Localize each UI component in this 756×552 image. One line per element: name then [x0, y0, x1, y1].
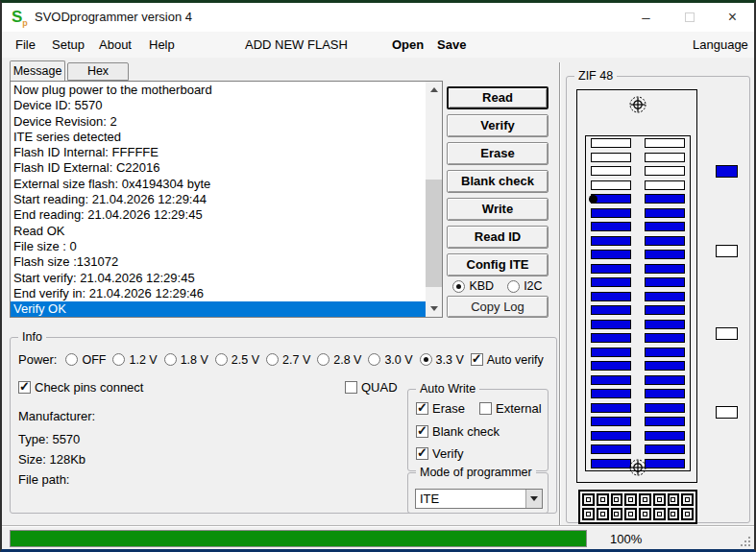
progress-percent: 100% — [610, 532, 642, 546]
menu-item-save[interactable]: Save — [437, 37, 466, 52]
mode-group: Mode of programmer ITE — [407, 472, 549, 514]
log-line[interactable]: Now plug power to the motherboard — [11, 83, 426, 98]
menu-item-language[interactable]: Language — [693, 37, 748, 52]
log-line[interactable]: Flash size :131072 — [11, 254, 426, 270]
erase-button[interactable]: Erase — [447, 142, 549, 165]
power-radio-12v[interactable]: 1.2 V — [112, 353, 157, 367]
log-line[interactable]: External size flash: 0x4194304 byte — [11, 177, 426, 192]
copy-log-button[interactable]: Copy Log — [447, 296, 549, 318]
power-radio-33v[interactable]: 3.3 V — [420, 353, 464, 367]
zif-pin — [591, 208, 631, 218]
resize-grip[interactable] — [739, 535, 750, 546]
power-radio-30v[interactable]: 3.0 V — [368, 353, 412, 367]
zif-side-marker — [716, 165, 738, 178]
read-button[interactable]: Read — [447, 86, 549, 109]
connector-pin — [681, 508, 694, 520]
power-radio-27v[interactable]: 2.7 V — [266, 353, 310, 367]
close-button[interactable]: × — [711, 3, 754, 32]
connector-pin — [611, 493, 623, 506]
log-line[interactable]: Flash ID External: C22016 — [11, 160, 426, 176]
power-radio-25v-label: 2.5 V — [232, 353, 259, 367]
log-line[interactable]: End reading: 21.04.2026 12:29:45 — [11, 207, 426, 223]
log-line[interactable]: Flash ID Internal: FFFFFE — [11, 145, 426, 160]
quad-checkbox[interactable]: QUAD — [345, 380, 398, 395]
radio-icon — [266, 353, 279, 366]
log-line[interactable]: Device Revision: 2 — [11, 114, 426, 130]
zif-pin — [645, 166, 685, 176]
log-line[interactable]: File size : 0 — [11, 239, 426, 254]
tab-message[interactable]: Message — [10, 60, 65, 81]
power-radio-28v[interactable]: 2.8 V — [317, 353, 361, 367]
zif-pin — [591, 361, 631, 371]
power-radio-18v-label: 1.8 V — [181, 353, 208, 367]
check-pins-checkbox[interactable]: Check pins connect — [18, 380, 143, 395]
log-line[interactable]: Start reading: 21.04.2026 12:29:44 — [11, 192, 426, 207]
log-line[interactable]: Read OK — [11, 224, 426, 239]
power-radio-group: Power: OFF1.2 V1.8 V2.5 V2.7 V2.8 V3.0 V… — [18, 352, 552, 367]
menu-item-about[interactable]: About — [99, 37, 132, 52]
auto-write-blank-check-checkbox-label: Blank check — [432, 424, 500, 439]
menu-item-setup[interactable]: Setup — [52, 37, 85, 52]
zif-pin — [645, 292, 685, 301]
auto-write-erase-checkbox[interactable]: Erase — [416, 401, 465, 416]
checkbox-icon — [416, 447, 428, 460]
menu-item-open[interactable]: Open — [392, 37, 424, 52]
verify-button[interactable]: Verify — [447, 114, 549, 137]
app-icon: Sp — [12, 8, 31, 27]
menu-item-add-new-flash[interactable]: ADD NEW FLASH — [245, 37, 348, 52]
power-radio-25v[interactable]: 2.5 V — [215, 353, 259, 367]
power-radio-27v-label: 2.7 V — [282, 353, 310, 367]
power-label: Power: — [18, 352, 57, 367]
scroll-up-icon[interactable] — [426, 82, 442, 98]
auto-write-verify-checkbox[interactable]: Verify — [416, 446, 464, 461]
blank-check-button[interactable]: Blank check — [447, 170, 549, 193]
scrollbar-thumb[interactable] — [426, 180, 442, 287]
bus-radio-kbd[interactable]: KBD — [452, 279, 494, 293]
log-line[interactable]: End verify in: 21.04.2026 12:29:46 — [11, 286, 426, 301]
maximize-button[interactable] — [668, 3, 711, 32]
zif-group-title: ZIF 48 — [574, 69, 617, 83]
progress-fill — [11, 531, 586, 546]
write-button[interactable]: Write — [447, 198, 549, 221]
connector-pin — [639, 493, 651, 506]
statusbar-divider — [2, 525, 754, 527]
minimize-button[interactable]: – — [624, 3, 668, 32]
zif-pin — [645, 375, 685, 385]
message-log: Now plug power to the motherboardDevice … — [10, 81, 443, 318]
auto-write-blank-check-checkbox[interactable]: Blank check — [416, 424, 500, 439]
scroll-down-icon[interactable] — [426, 300, 442, 317]
zif-side-marker — [716, 406, 738, 419]
power-radio-18v[interactable]: 1.8 V — [164, 353, 208, 367]
combo-dropdown-icon[interactable] — [525, 490, 542, 508]
mode-combobox[interactable]: ITE — [415, 489, 543, 509]
auto-write-group: Auto Write Erase External Blank check Ve… — [407, 389, 549, 471]
menu-item-help[interactable]: Help — [149, 37, 175, 52]
zif-pin — [645, 236, 685, 246]
auto-verify-checkbox[interactable]: Auto verify — [471, 353, 544, 367]
menu-item-file[interactable]: File — [15, 37, 36, 52]
log-line[interactable]: Device ID: 5570 — [11, 98, 426, 113]
log-line[interactable]: Start verify: 21.04.2026 12:29:45 — [11, 271, 426, 286]
log-line[interactable]: ITE series detected — [11, 130, 426, 145]
log-scrollbar[interactable] — [426, 82, 442, 317]
window-title: SVODprogrammer version 4 — [35, 10, 192, 24]
power-radio-off[interactable]: OFF — [65, 353, 106, 367]
connector-pin — [639, 508, 651, 520]
zif-pin-field — [585, 135, 691, 471]
config-ite-button[interactable]: Config ITE — [447, 253, 549, 276]
bus-radio-i2c-label: I2C — [524, 279, 542, 293]
bus-radio-i2c[interactable]: I2C — [507, 279, 542, 293]
tab-hex-viewer[interactable]: Hex Viewer — [67, 62, 129, 81]
zif-pin — [645, 361, 685, 371]
log-line[interactable]: Verify OK — [11, 301, 426, 317]
read-id-button[interactable]: Read ID — [447, 226, 549, 249]
zif-pin — [645, 389, 685, 398]
radio-icon — [317, 353, 329, 366]
checkbox-icon — [479, 402, 492, 415]
connector-pin — [582, 493, 595, 506]
auto-write-external-checkbox[interactable]: External — [479, 401, 542, 416]
checkbox-icon — [345, 381, 357, 394]
auto-verify-checkbox-label: Auto verify — [487, 353, 544, 367]
zif-pin — [591, 166, 631, 176]
radio-icon — [215, 353, 228, 366]
